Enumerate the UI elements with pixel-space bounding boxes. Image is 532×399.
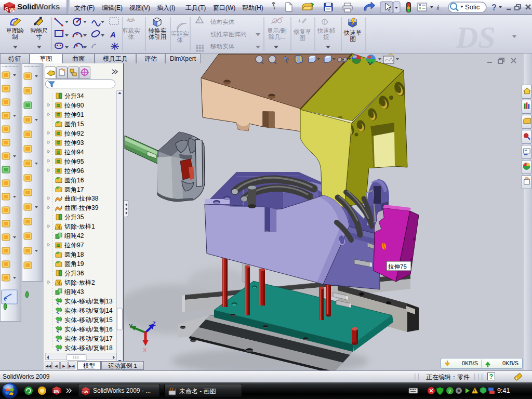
svg-text:实体-移动/复制13: 实体-移动/复制13 bbox=[64, 298, 113, 305]
svg-text:SW: SW bbox=[54, 390, 60, 393]
svg-text:Y: Y bbox=[129, 323, 133, 329]
svg-text:圆角19: 圆角19 bbox=[64, 260, 84, 268]
svg-text:Solic: Solic bbox=[465, 3, 480, 11]
svg-text:组吨42: 组吨42 bbox=[64, 232, 84, 240]
svg-text:分升34: 分升34 bbox=[64, 92, 84, 100]
svg-text:拉伸95: 拉伸95 bbox=[64, 158, 84, 165]
svg-text:拉伸96: 拉伸96 bbox=[64, 167, 84, 175]
svg-text:曲面-拉伸38: 曲面-拉伸38 bbox=[64, 195, 99, 202]
svg-text:W: W bbox=[9, 7, 15, 13]
svg-text:拉伸92: 拉伸92 bbox=[64, 130, 84, 137]
svg-text:实体-移动/复制14: 实体-移动/复制14 bbox=[64, 307, 113, 314]
svg-text:A: A bbox=[110, 30, 116, 39]
svg-text:曲面-拉伸39: 曲面-拉伸39 bbox=[64, 204, 99, 211]
svg-text:拉伸93: 拉伸93 bbox=[64, 139, 84, 147]
svg-text:X: X bbox=[143, 347, 147, 353]
svg-text:S: S bbox=[5, 6, 8, 12]
svg-text:实体-移动/复制18: 实体-移动/复制18 bbox=[64, 344, 113, 352]
svg-text:实体-移动/复制16: 实体-移动/复制16 bbox=[64, 326, 113, 333]
svg-text:实体-移动/复制17: 实体-移动/复制17 bbox=[64, 335, 113, 342]
svg-text:实体-移动/复制15: 实体-移动/复制15 bbox=[64, 316, 113, 324]
svg-text:拉伸90: 拉伸90 bbox=[64, 102, 84, 109]
svg-text:切除-放样2: 切除-放样2 bbox=[64, 279, 95, 286]
svg-text:圆角15: 圆角15 bbox=[64, 121, 84, 128]
svg-text:拉伸97: 拉伸97 bbox=[64, 242, 84, 249]
svg-text:+: + bbox=[298, 18, 301, 24]
svg-text:圆角18: 圆角18 bbox=[64, 251, 84, 258]
svg-text:拉伸75: 拉伸75 bbox=[388, 263, 407, 270]
svg-text:切除-放样1: 切除-放样1 bbox=[64, 223, 95, 230]
svg-text:!: ! bbox=[198, 18, 200, 23]
svg-text:拉伸94: 拉伸94 bbox=[64, 149, 84, 156]
svg-text:?: ? bbox=[448, 389, 451, 394]
svg-text:SW: SW bbox=[83, 390, 89, 394]
svg-text:拉伸91: 拉伸91 bbox=[64, 111, 84, 118]
svg-text:!: ! bbox=[474, 389, 475, 393]
svg-text:?: ? bbox=[491, 3, 497, 12]
svg-text:分升36: 分升36 bbox=[64, 270, 84, 277]
svg-text:圆角17: 圆角17 bbox=[64, 186, 84, 193]
svg-text:Z: Z bbox=[152, 321, 156, 327]
svg-text:圆角16: 圆角16 bbox=[64, 177, 84, 184]
svg-text:分升35: 分升35 bbox=[64, 214, 84, 221]
svg-text:组吨43: 组吨43 bbox=[64, 288, 84, 296]
